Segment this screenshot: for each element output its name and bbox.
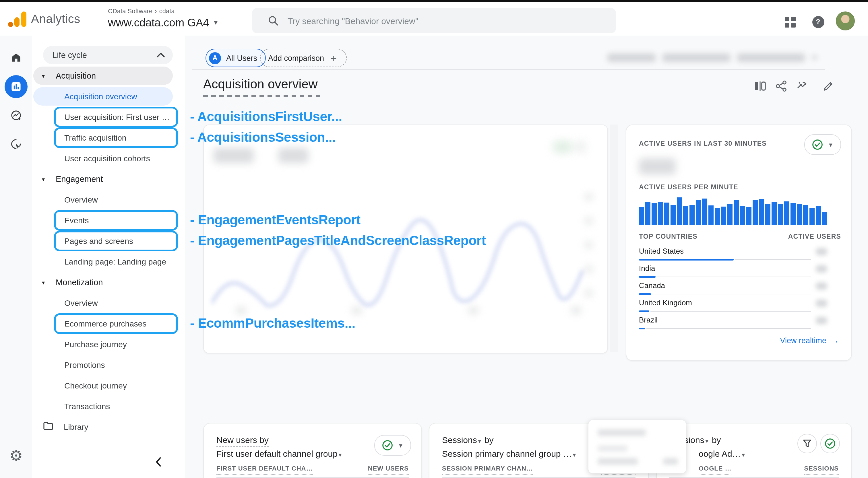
country-name: Canada [639, 281, 665, 290]
sidebar-item-checkout-journey[interactable]: Checkout journey [32, 375, 185, 396]
sidebar-item-acquisition-overview[interactable]: Acquisition overview [32, 86, 185, 107]
search-bar[interactable] [252, 8, 616, 33]
sidebar-item-overview[interactable]: Overview [32, 189, 185, 210]
advertising-icon [10, 138, 22, 150]
analytics-logo-icon[interactable] [8, 9, 28, 29]
per-minute-bar [689, 205, 694, 225]
country-bar-track [646, 328, 811, 329]
sidebar-item-label: Library [64, 422, 88, 432]
rail-home-button[interactable] [5, 46, 28, 69]
explore-icon [10, 109, 22, 122]
property-selector[interactable]: www.cdata.com GA4▼ [108, 17, 219, 29]
rail-advertising-button[interactable] [5, 133, 28, 156]
insights-button[interactable] [796, 79, 809, 93]
sidebar-item-label: Engagement [56, 174, 103, 184]
content-divider [192, 69, 825, 70]
sidebar-item-events[interactable]: Events [32, 210, 185, 231]
metric-value-redacted [278, 148, 308, 163]
main-content: A All Users Add comparison ＋ Acquisition… [185, 36, 868, 478]
edit-report-button[interactable] [822, 79, 835, 93]
share-button[interactable] [774, 79, 788, 93]
per-minute-label: ACTIVE USERS PER MINUTE [639, 184, 738, 193]
country-name: United States [639, 247, 684, 255]
trend-line-chart-blurred [212, 183, 591, 320]
card-dimension-selector[interactable]: oogle Ad…▼ [699, 449, 746, 458]
x-tick-redacted [571, 308, 581, 313]
card-dimension-selector[interactable]: Session primary channel group …▼ [442, 449, 577, 458]
sidebar-item-engagement[interactable]: ▾Engagement [32, 169, 185, 189]
add-comparison-button[interactable]: Add comparison ＋ [260, 49, 346, 67]
sidebar-item-landing-page-landing-page[interactable]: Landing page: Landing page [32, 251, 185, 272]
date-range-selector-redacted[interactable] [608, 51, 817, 64]
metric-column-header: SESSIONS [804, 465, 839, 475]
per-minute-bar [740, 206, 745, 225]
insights-icon [797, 80, 808, 92]
per-minute-bar [677, 197, 682, 225]
active-users-header: ACTIVE USERS [788, 233, 841, 243]
sidebar-item-label: User acquisition cohorts [64, 154, 150, 163]
breadcrumb[interactable]: CData Software›cdata [108, 7, 175, 14]
app-grid-button[interactable] [783, 15, 797, 29]
sidebar-item-life-cycle[interactable]: Life cycle [32, 45, 185, 65]
annotation-label: - AcquisitionsSession... [190, 130, 336, 145]
chevron-down-icon: ▼ [398, 442, 404, 448]
window-top-strip [0, 0, 868, 2]
search-input[interactable] [286, 15, 576, 26]
chevron-down-icon: ▼ [213, 19, 219, 26]
collapse-nav-button[interactable] [150, 453, 167, 471]
per-minute-bar [784, 201, 789, 225]
per-minute-bar [803, 205, 808, 225]
sidebar-item-label: Purchase journey [64, 340, 127, 349]
realtime-status-dropdown[interactable]: ▼ [804, 134, 841, 155]
per-minute-bar [708, 205, 714, 225]
sidebar-item-pages-and-screens[interactable]: Pages and screens [32, 231, 185, 251]
sidebar-item-overview[interactable]: Overview [32, 293, 185, 313]
per-minute-bar [671, 205, 676, 225]
view-realtime-link[interactable]: View realtime→ [780, 336, 839, 345]
annotation-label: - AcquisitionsFirstUser... [190, 109, 342, 125]
per-minute-bar [715, 208, 720, 225]
sidebar-item-promotions[interactable]: Promotions [32, 355, 185, 375]
rail-reports-button[interactable] [5, 75, 28, 98]
top-countries-header: TOP COUNTRIES [639, 233, 698, 243]
sidebar-item-acquisition[interactable]: ▾Acquisition [32, 65, 185, 86]
annotation-label: - EcommPurchasesItems... [190, 316, 355, 331]
sidebar-item-label: User acquisition: First user … [64, 113, 169, 122]
sidebar-item-library[interactable]: Library [32, 417, 185, 437]
sidebar-item-label: Traffic acquisition [64, 133, 126, 142]
sidebar-item-label: Checkout journey [64, 381, 127, 390]
report-nav-panel: Life cycle▾AcquisitionAcquisition overvi… [32, 36, 185, 478]
card-dimension-label: Session primary channel group … [442, 449, 572, 458]
caret-down-icon: ▾ [42, 72, 45, 79]
card-status-dropdown[interactable]: ▼ [374, 435, 411, 456]
country-value-redacted [816, 265, 827, 273]
help-button[interactable]: ? [811, 15, 825, 29]
per-minute-bar [759, 199, 764, 225]
sidebar-item-label: Acquisition [56, 71, 96, 80]
chart-scrollbar-track[interactable] [610, 125, 618, 352]
sidebar-item-monetization[interactable]: ▾Monetization [32, 272, 185, 293]
rail-settings-button[interactable]: ⚙ [5, 444, 28, 467]
sidebar-item-purchase-journey[interactable]: Purchase journey [32, 334, 185, 355]
sidebar-item-transactions[interactable]: Transactions [32, 396, 185, 417]
per-minute-bar [721, 206, 726, 225]
segment-badge: A [209, 52, 221, 64]
sidebar-item-user-acquisition-first-user[interactable]: User acquisition: First user … [32, 107, 185, 127]
hover-tooltip-redacted [588, 420, 686, 473]
card-metric-name[interactable]: Sessions [442, 435, 477, 445]
avatar[interactable] [836, 11, 855, 30]
row-pill-bg [33, 67, 173, 85]
sidebar-item-label: Promotions [64, 360, 105, 370]
card-dimension-selector[interactable]: First user default channel group▼ [216, 449, 343, 458]
country-bar-track [652, 294, 811, 294]
card-status-button[interactable] [820, 434, 840, 453]
rail-explore-button[interactable] [5, 104, 28, 127]
all-users-segment-chip[interactable]: A All Users [206, 49, 266, 67]
sidebar-item-label: Pages and screens [64, 236, 133, 246]
row-pill-bg [33, 170, 173, 188]
sidebar-item-traffic-acquisition[interactable]: Traffic acquisition [32, 127, 185, 148]
card-filter-button[interactable] [797, 434, 817, 453]
sidebar-item-user-acquisition-cohorts[interactable]: User acquisition cohorts [32, 148, 185, 169]
comparison-toggle-button[interactable] [753, 79, 767, 93]
sidebar-item-ecommerce-purchases[interactable]: Ecommerce purchases [32, 313, 185, 334]
